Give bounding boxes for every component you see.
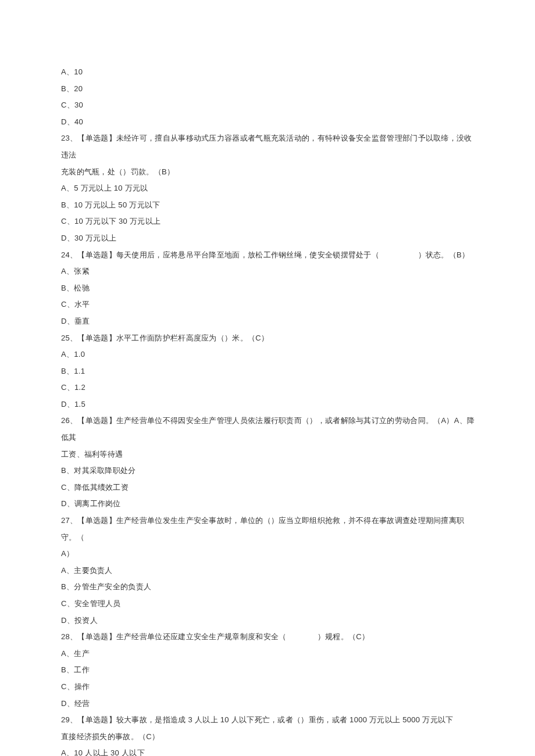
question-line: 直接经济损失的事故。（C） (61, 729, 477, 746)
question-line: 23、【单选题】未经许可，擅自从事移动式压力容器或者气瓶充装活动的，有特种设备安… (61, 130, 477, 163)
text-line: D、调离工作岗位 (61, 496, 477, 513)
text-line: C、操作 (61, 679, 477, 696)
question-line: 26、【单选题】生产经营单位不得因安全生产管理人员依法履行职责而（），或者解除与… (61, 413, 477, 446)
text-line: A、1.0 (61, 346, 477, 363)
text-line: B、10 万元以上 50 万元以下 (61, 197, 477, 214)
text-line: B、松驰 (61, 280, 477, 297)
question-line: 工资、福利等待遇 (61, 446, 477, 463)
text-line: D、1.5 (61, 396, 477, 413)
text-line: D、40 (61, 114, 477, 131)
text-line: A、生产 (61, 646, 477, 662)
text-line: D、经营 (61, 696, 477, 712)
text-line: B、20 (61, 81, 477, 98)
text-line: B、分管生产安全的负责人 (61, 579, 477, 596)
text-line: B、1.1 (61, 363, 477, 380)
text-line: D、投资人 (61, 612, 477, 629)
question-line: 27、【单选题】生产经营单位发生生产安全事故时，单位的（）应当立即组织抢救，并不… (61, 513, 477, 546)
text-line: D、30 万元以上 (61, 230, 477, 247)
text-line: A、主要负责人 (61, 562, 477, 579)
text-line: A、10 (61, 64, 477, 81)
text-line: A、5 万元以上 10 万元以 (61, 180, 477, 197)
question-line: 充装的气瓶，处（）罚款。（B） (61, 164, 477, 181)
question-line: 25、【单选题】水平工作面防护栏杆高度应为（）米。（C） (61, 330, 477, 347)
text-line: A、张紧 (61, 263, 477, 280)
text-line: D、垂直 (61, 313, 477, 330)
text-line: C、安全管理人员 (61, 596, 477, 612)
question-line: 29、【单选题】较大事故，是指造成 3 人以上 10 人以下死亡，或者（）重伤，… (61, 712, 477, 729)
question-line: 24、【单选题】每天使用后，应将悬吊平台降至地面，放松工作钢丝绳，使安全锁摆臂处… (61, 247, 477, 264)
question-line: 28、【单选题】生产经营单位还应建立安全生产规章制度和安全（ ）规程。（C） (61, 629, 477, 646)
document-content: A、10 B、20 C、30 D、40 23、【单选题】未经许可，擅自从事移动式… (61, 64, 477, 756)
text-line: C、水平 (61, 296, 477, 313)
text-line: A、10 人以上 30 人以下 (61, 745, 477, 756)
text-line: C、30 (61, 97, 477, 114)
text-line: C、1.2 (61, 379, 477, 396)
text-line: C、10 万元以下 30 万元以上 (61, 213, 477, 230)
text-line: C、降低其绩效工资 (61, 479, 477, 496)
question-line: A） (61, 546, 477, 562)
text-line: B、工作 (61, 662, 477, 679)
text-line: B、对其采取降职处分 (61, 463, 477, 479)
